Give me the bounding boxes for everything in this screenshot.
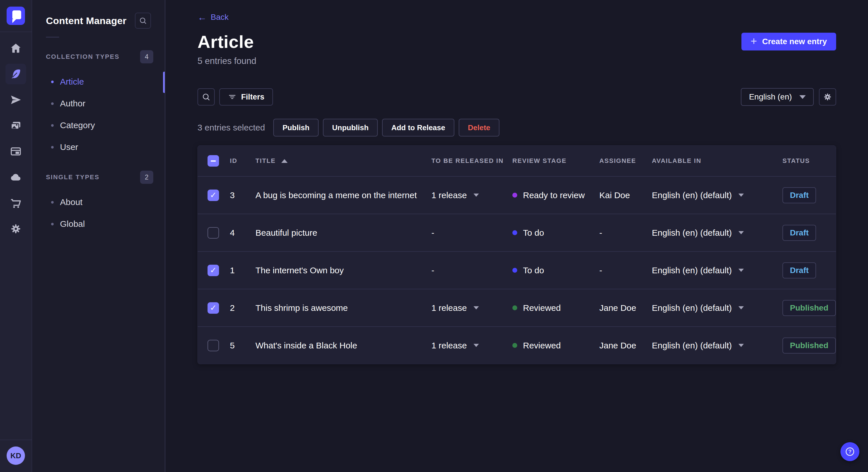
content-type-builder-layout-icon[interactable] bbox=[5, 141, 26, 162]
row-available-in[interactable]: English (en) (default) bbox=[652, 303, 782, 313]
row-available-in[interactable]: English (en) (default) bbox=[652, 341, 782, 350]
sidebar-item-label: Global bbox=[60, 219, 85, 229]
col-header-available-in[interactable]: AVAILABLE IN bbox=[652, 157, 782, 165]
entries-table: ID TITLE TO BE RELEASED IN REVIEW STAGE … bbox=[197, 145, 836, 364]
row-available-in[interactable]: English (en) (default) bbox=[652, 191, 782, 200]
row-release-cell[interactable]: - bbox=[431, 266, 513, 275]
sidebar-item-article[interactable]: Article bbox=[32, 71, 165, 93]
row-title: A bug is becoming a meme on the internet bbox=[255, 191, 431, 200]
media-library-images-icon[interactable] bbox=[5, 115, 26, 136]
back-link[interactable]: ← Back bbox=[197, 12, 228, 22]
strapi-logo[interactable] bbox=[7, 7, 25, 25]
collection-types-count-badge: 4 bbox=[140, 50, 153, 63]
status-badge: Draft bbox=[782, 187, 816, 203]
row-title: The internet's Own boy bbox=[255, 266, 431, 275]
row-review-stage: To do bbox=[513, 228, 599, 238]
status-badge: Draft bbox=[782, 262, 816, 278]
main-nav-rail: KD bbox=[0, 0, 32, 472]
bullet-icon bbox=[51, 201, 54, 204]
col-header-status[interactable]: STATUS bbox=[782, 157, 836, 165]
col-header-title[interactable]: TITLE bbox=[255, 157, 431, 165]
unpublish-button[interactable]: Unpublish bbox=[323, 119, 378, 136]
row-checkbox[interactable]: ✓ bbox=[208, 340, 219, 351]
col-header-assignee[interactable]: ASSIGNEE bbox=[599, 157, 652, 165]
row-review-stage: Reviewed bbox=[513, 303, 599, 313]
row-id: 4 bbox=[230, 228, 255, 238]
collection-types-section: COLLECTION TYPES 4 Article Author Catego… bbox=[32, 50, 165, 158]
check-icon: ✓ bbox=[210, 191, 216, 199]
row-release-cell[interactable]: 1 release bbox=[431, 341, 513, 350]
sidebar-item-label: Author bbox=[60, 99, 85, 108]
settings-gear-icon[interactable] bbox=[5, 218, 26, 239]
marketplace-cart-icon[interactable] bbox=[5, 193, 26, 213]
sidebar-item-category[interactable]: Category bbox=[32, 114, 165, 136]
sidebar-item-author[interactable]: Author bbox=[32, 93, 165, 114]
col-header-id[interactable]: ID bbox=[230, 157, 255, 165]
sort-ascending-icon[interactable] bbox=[281, 159, 288, 163]
filters-button[interactable]: Filters bbox=[219, 88, 273, 105]
table-row[interactable]: ✓ 3 A bug is becoming a meme on the inte… bbox=[198, 176, 836, 214]
table-row[interactable]: ✓ 2 This shrimp is awesome 1 release Rev… bbox=[198, 289, 836, 326]
row-checkbox[interactable]: ✓ bbox=[208, 265, 219, 276]
entries-count-text: 5 entries found bbox=[197, 56, 256, 66]
locale-select[interactable]: English (en) bbox=[741, 88, 813, 106]
row-available-in[interactable]: English (en) (default) bbox=[652, 266, 782, 275]
svg-text:?: ? bbox=[848, 448, 851, 454]
single-types-label: SINGLE TYPES bbox=[46, 173, 100, 181]
single-types-section: SINGLE TYPES 2 About Global bbox=[32, 171, 165, 235]
status-badge: Published bbox=[782, 338, 836, 353]
review-stage-label: To do bbox=[523, 266, 544, 275]
row-locale-value: English (en) (default) bbox=[652, 228, 732, 238]
row-release-cell[interactable]: 1 release bbox=[431, 191, 513, 200]
row-checkbox[interactable]: ✓ bbox=[208, 227, 219, 239]
row-review-stage: Reviewed bbox=[513, 341, 599, 350]
row-locale-value: English (en) (default) bbox=[652, 191, 732, 200]
view-settings-button[interactable] bbox=[819, 88, 836, 105]
search-button[interactable] bbox=[197, 88, 215, 105]
col-header-to-be-released-in[interactable]: TO BE RELEASED IN bbox=[431, 157, 513, 165]
locale-chevron-icon bbox=[739, 231, 744, 234]
user-avatar[interactable]: KD bbox=[7, 446, 25, 465]
review-stage-dot bbox=[513, 230, 517, 235]
subnav-search-button[interactable] bbox=[135, 12, 151, 29]
select-all-checkbox[interactable] bbox=[208, 155, 219, 167]
back-label: Back bbox=[211, 12, 228, 22]
row-release-value: 1 release bbox=[431, 191, 467, 200]
add-to-release-button[interactable]: Add to Release bbox=[382, 119, 454, 136]
sidebar-item-about[interactable]: About bbox=[32, 191, 165, 213]
row-title: Beautiful picture bbox=[255, 228, 431, 238]
deploy-cloud-icon[interactable] bbox=[5, 167, 26, 188]
content-manager-feather-icon[interactable] bbox=[5, 64, 26, 84]
delete-button[interactable]: Delete bbox=[459, 119, 499, 136]
publish-button[interactable]: Publish bbox=[273, 119, 319, 136]
col-header-review-stage[interactable]: REVIEW STAGE bbox=[513, 157, 599, 165]
back-arrow-icon: ← bbox=[197, 12, 207, 22]
table-row[interactable]: ✓ 4 Beautiful picture - To do - English … bbox=[198, 214, 836, 251]
table-row[interactable]: ✓ 5 What's inside a Black Hole 1 release… bbox=[198, 326, 836, 364]
row-checkbox[interactable]: ✓ bbox=[208, 302, 219, 314]
rail-nav-items bbox=[5, 38, 26, 239]
check-icon: ✓ bbox=[210, 266, 216, 274]
row-assignee: Jane Doe bbox=[599, 303, 652, 313]
release-chevron-icon bbox=[474, 194, 479, 197]
sidebar-item-user[interactable]: User bbox=[32, 136, 165, 158]
locale-chevron-icon bbox=[739, 269, 744, 272]
bulk-actions-row: 3 entries selected Publish Unpublish Add… bbox=[197, 119, 836, 136]
bullet-icon bbox=[51, 102, 54, 105]
filter-icon bbox=[228, 93, 237, 101]
home-icon[interactable] bbox=[5, 38, 26, 59]
sidebar-item-global[interactable]: Global bbox=[32, 213, 165, 235]
help-button[interactable]: ? bbox=[840, 442, 859, 461]
row-checkbox[interactable]: ✓ bbox=[208, 190, 219, 201]
create-new-entry-button[interactable]: + Create new entry bbox=[741, 33, 836, 50]
releases-paper-plane-icon[interactable] bbox=[5, 90, 26, 110]
table-row[interactable]: ✓ 1 The internet's Own boy - To do - Eng… bbox=[198, 251, 836, 289]
row-release-cell[interactable]: - bbox=[431, 228, 513, 238]
row-assignee: - bbox=[599, 228, 652, 238]
release-chevron-icon bbox=[474, 344, 479, 347]
row-release-cell[interactable]: 1 release bbox=[431, 303, 513, 313]
row-review-stage: To do bbox=[513, 266, 599, 275]
row-available-in[interactable]: English (en) (default) bbox=[652, 228, 782, 238]
subnav-title: Content Manager bbox=[46, 15, 127, 26]
row-release-value: 1 release bbox=[431, 341, 467, 350]
